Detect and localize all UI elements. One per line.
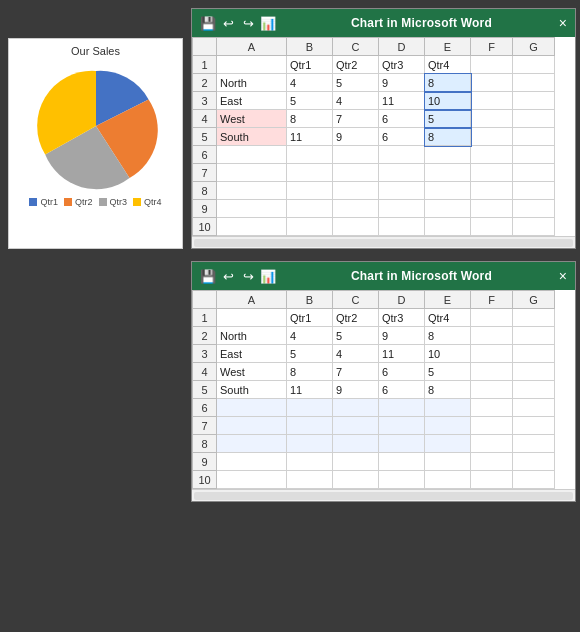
cell-e8[interactable] [425,435,471,453]
table-row[interactable]: 2North4598 [193,74,555,92]
cell-b9[interactable] [287,200,333,218]
col-e-header-bottom[interactable]: E [425,291,471,309]
col-c-header-top[interactable]: C [333,38,379,56]
cell-c7[interactable] [333,164,379,182]
cell-a4[interactable]: West [217,363,287,381]
table-row[interactable]: 9 [193,200,555,218]
cell-f8[interactable] [471,435,513,453]
cell-g4[interactable] [513,363,555,381]
col-g-header-top[interactable]: G [513,38,555,56]
cell-c10[interactable] [333,471,379,489]
cell-f7[interactable] [471,164,513,182]
table-row[interactable]: 3East541110 [193,92,555,110]
cell-b8[interactable] [287,435,333,453]
cell-c1[interactable]: Qtr2 [333,309,379,327]
cell-c4[interactable]: 7 [333,110,379,128]
undo-icon[interactable]: ↩ [220,15,236,31]
cell-f2[interactable] [471,74,513,92]
table-row[interactable]: 8 [193,182,555,200]
cell-f5[interactable] [471,381,513,399]
table-row[interactable]: 10 [193,218,555,236]
cell-b1[interactable]: Qtr1 [287,56,333,74]
cell-c6[interactable] [333,399,379,417]
cell-e2[interactable]: 8 [425,74,471,92]
cell-e3[interactable]: 10 [425,92,471,110]
undo-icon-bottom[interactable]: ↩ [220,268,236,284]
cell-c8[interactable] [333,182,379,200]
cell-a10[interactable] [217,218,287,236]
cell-e9[interactable] [425,200,471,218]
cell-e6[interactable] [425,399,471,417]
cell-d1[interactable]: Qtr3 [379,309,425,327]
cell-e5[interactable]: 8 [425,128,471,146]
cell-a2[interactable]: North [217,74,287,92]
table-row[interactable]: 5South11968 [193,381,555,399]
col-d-header-bottom[interactable]: D [379,291,425,309]
cell-d4[interactable]: 6 [379,363,425,381]
cell-d8[interactable] [379,435,425,453]
close-button-top[interactable]: × [559,15,567,31]
col-b-header-bottom[interactable]: B [287,291,333,309]
col-g-header-bottom[interactable]: G [513,291,555,309]
cell-g6[interactable] [513,399,555,417]
cell-d7[interactable] [379,164,425,182]
cell-a6[interactable] [217,146,287,164]
cell-a10[interactable] [217,471,287,489]
grid-scroll-top[interactable]: A B C D E F G 1Qtr1Qtr2Qtr3Qtr42North459… [192,37,575,236]
cell-c2[interactable]: 5 [333,74,379,92]
cell-b9[interactable] [287,453,333,471]
cell-e1[interactable]: Qtr4 [425,56,471,74]
cell-f7[interactable] [471,417,513,435]
cell-b3[interactable]: 5 [287,92,333,110]
cell-f2[interactable] [471,327,513,345]
cell-b1[interactable]: Qtr1 [287,309,333,327]
cell-a9[interactable] [217,200,287,218]
cell-f4[interactable] [471,363,513,381]
cell-c5[interactable]: 9 [333,381,379,399]
cell-c9[interactable] [333,200,379,218]
cell-c7[interactable] [333,417,379,435]
cell-g10[interactable] [513,471,555,489]
cell-f4[interactable] [471,110,513,128]
cell-a7[interactable] [217,417,287,435]
table-row[interactable]: 4West8765 [193,363,555,381]
cell-a5[interactable]: South [217,128,287,146]
cell-a1[interactable] [217,309,287,327]
table-row[interactable]: 1Qtr1Qtr2Qtr3Qtr4 [193,309,555,327]
cell-e8[interactable] [425,182,471,200]
cell-b6[interactable] [287,399,333,417]
cell-a6[interactable] [217,399,287,417]
cell-d10[interactable] [379,218,425,236]
cell-c10[interactable] [333,218,379,236]
cell-b10[interactable] [287,218,333,236]
cell-b2[interactable]: 4 [287,327,333,345]
col-e-header-top[interactable]: E [425,38,471,56]
cell-e7[interactable] [425,164,471,182]
cell-f10[interactable] [471,218,513,236]
cell-a1[interactable] [217,56,287,74]
cell-a9[interactable] [217,453,287,471]
cell-a4[interactable]: West [217,110,287,128]
cell-e10[interactable] [425,218,471,236]
cell-b6[interactable] [287,146,333,164]
cell-a5[interactable]: South [217,381,287,399]
col-b-header-top[interactable]: B [287,38,333,56]
cell-c5[interactable]: 9 [333,128,379,146]
table-row[interactable]: 5South11968 [193,128,555,146]
table-row[interactable]: 2North4598 [193,327,555,345]
table-row[interactable]: 7 [193,164,555,182]
table-row[interactable]: 8 [193,435,555,453]
table-row[interactable]: 9 [193,453,555,471]
table-row[interactable]: 4West8765 [193,110,555,128]
cell-b7[interactable] [287,164,333,182]
cell-d3[interactable]: 11 [379,92,425,110]
col-a-header-bottom[interactable]: A [217,291,287,309]
cell-b7[interactable] [287,417,333,435]
cell-e2[interactable]: 8 [425,327,471,345]
redo-icon-bottom[interactable]: ↪ [240,268,256,284]
save-icon[interactable]: 💾 [200,15,216,31]
cell-g9[interactable] [513,453,555,471]
cell-d7[interactable] [379,417,425,435]
cell-b4[interactable]: 8 [287,363,333,381]
cell-b3[interactable]: 5 [287,345,333,363]
